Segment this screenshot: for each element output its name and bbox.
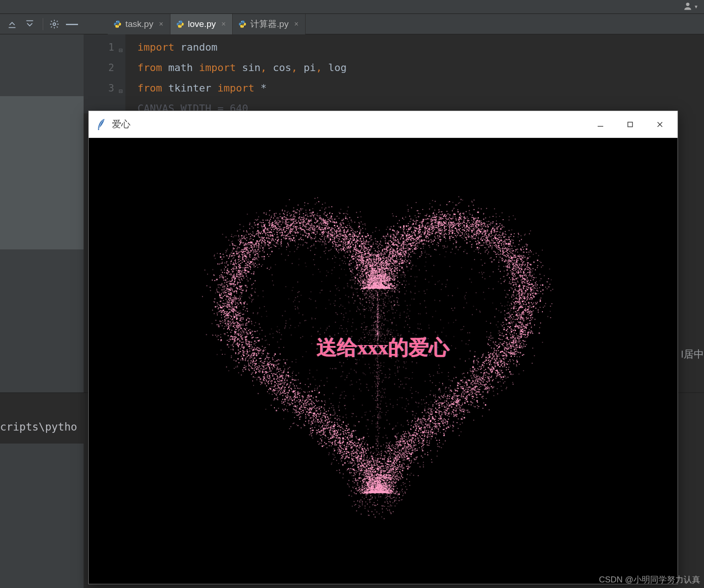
project-tool-window[interactable] xyxy=(0,34,84,588)
fold-toggle-icon[interactable]: ⊟ xyxy=(117,40,123,46)
tab-calculator-py[interactable]: 计算器.py × xyxy=(233,14,306,34)
chevron-down-icon[interactable]: ▼ xyxy=(694,4,698,9)
collapse-all-icon[interactable] xyxy=(6,18,19,31)
ide-toolbar: — xyxy=(0,14,704,34)
tab-task-py[interactable]: task.py × xyxy=(108,14,170,34)
tab-label: task.py xyxy=(125,19,153,29)
csdn-watermark: CSDN @小明同学努力认真 xyxy=(599,574,700,585)
fold-toggle-icon[interactable]: ⊟ xyxy=(117,81,123,86)
svg-point-6 xyxy=(243,26,244,27)
expand-all-icon[interactable] xyxy=(23,18,36,31)
tkinter-window[interactable]: 爱心 送给xxx的爱心 xyxy=(88,111,678,584)
line-number: 3 xyxy=(84,78,114,98)
python-file-icon xyxy=(176,20,184,28)
close-icon[interactable]: × xyxy=(159,20,163,28)
editor-tabs: task.py × love.py × 计算器.py × xyxy=(108,14,306,34)
partial-editor-text: I居中 xyxy=(681,347,704,361)
python-file-icon xyxy=(238,20,247,28)
close-button[interactable] xyxy=(645,114,675,135)
tab-love-py[interactable]: love.py × xyxy=(170,14,233,34)
editor-gutter: 1 2 3 ⊟ ⊟ xyxy=(84,34,125,113)
tk-canvas: 送给xxx的爱心 xyxy=(89,138,678,584)
toolbar-separator xyxy=(43,18,43,30)
python-file-icon xyxy=(113,20,122,28)
terminal-path-fragment: cripts\pytho xyxy=(0,421,77,433)
heart-center-text: 送给xxx的爱心 xyxy=(317,334,450,361)
tab-label: love.py xyxy=(188,19,216,29)
svg-point-2 xyxy=(118,26,119,27)
close-icon[interactable]: × xyxy=(222,20,226,28)
svg-point-0 xyxy=(53,23,56,26)
svg-point-4 xyxy=(181,26,182,27)
minimize-button[interactable] xyxy=(586,114,615,135)
tab-label: 计算器.py xyxy=(250,18,288,30)
svg-point-1 xyxy=(116,21,117,22)
maximize-button[interactable] xyxy=(615,114,645,135)
tk-titlebar[interactable]: 爱心 xyxy=(89,111,678,138)
tk-feather-icon xyxy=(95,118,106,131)
line-number: 2 xyxy=(84,58,114,78)
settings-gear-icon[interactable] xyxy=(48,18,61,31)
svg-point-3 xyxy=(179,21,180,22)
project-selection-highlight xyxy=(0,96,84,249)
hide-minus-icon[interactable]: — xyxy=(65,18,78,31)
code-content[interactable]: import randomfrom math import sin, cos, … xyxy=(125,34,704,113)
user-dropdown-icon[interactable] xyxy=(683,1,693,13)
fold-column: ⊟ ⊟ xyxy=(117,34,124,113)
code-editor[interactable]: 1 2 3 ⊟ ⊟ import randomfrom math import … xyxy=(84,34,704,113)
svg-rect-8 xyxy=(628,122,632,127)
svg-point-5 xyxy=(241,21,242,22)
line-number: 1 xyxy=(84,37,114,58)
ide-menubar: ▼ xyxy=(0,0,704,14)
close-icon[interactable]: × xyxy=(294,20,298,28)
tk-window-title: 爱心 xyxy=(112,118,130,131)
